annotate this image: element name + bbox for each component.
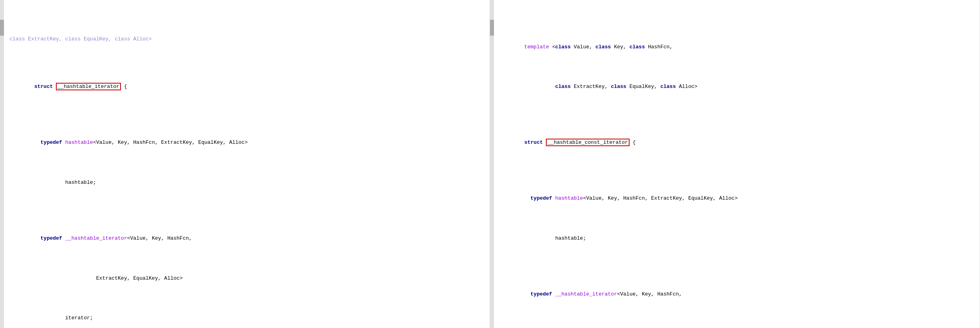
typedef-iter-2: ExtractKey, EqualKey, Alloc>	[10, 267, 485, 290]
template-line-1: template <class Value, class Key, class …	[500, 35, 975, 59]
right-code-block: template <class Value, class Key, class …	[500, 3, 975, 328]
typedef-hashtable-2: hashtable;	[10, 171, 485, 195]
left-scrollbar[interactable]	[0, 0, 4, 328]
left-code-area: class ExtractKey, class EqualKey, class …	[10, 3, 485, 328]
struct-brace: {	[121, 84, 127, 90]
right-struct-name-box: __hashtable_const_iterator	[546, 139, 630, 146]
right-typedef-iter-2: ExtractKey, EqualKey, Alloc>	[500, 322, 975, 328]
typedef-iter-1: typedef __hashtable_iterator<Value, Key,…	[10, 227, 485, 250]
right-code-area: template <class Value, class Key, class …	[500, 3, 975, 328]
right-typedef-hashtable-2: hashtable;	[500, 227, 975, 250]
struct-name-box: __hashtable_iterator	[56, 83, 121, 90]
typedef-hashtable-1: typedef hashtable<Value, Key, HashFcn, E…	[10, 131, 485, 154]
faded-top-line: class ExtractKey, class EqualKey, class …	[10, 35, 485, 43]
right-struct-line: struct __hashtable_const_iterator {	[500, 131, 975, 154]
right-struct-keyword: struct	[524, 139, 546, 145]
struct-line: struct __hashtable_iterator {	[10, 75, 485, 99]
right-panel: template <class Value, class Key, class …	[490, 0, 980, 328]
left-code-block: class ExtractKey, class EqualKey, class …	[10, 3, 485, 328]
typedef-iter-3: iterator;	[10, 306, 485, 328]
struct-keyword: struct	[34, 84, 56, 90]
left-panel: class ExtractKey, class EqualKey, class …	[0, 0, 490, 328]
right-scrollbar[interactable]	[490, 0, 494, 328]
right-typedef-hashtable-1: typedef hashtable<Value, Key, HashFcn, E…	[500, 187, 975, 210]
template-line-2: class ExtractKey, class EqualKey, class …	[500, 75, 975, 99]
right-struct-brace: {	[630, 139, 636, 145]
right-typedef-iter-1: typedef __hashtable_iterator<Value, Key,…	[500, 282, 975, 306]
